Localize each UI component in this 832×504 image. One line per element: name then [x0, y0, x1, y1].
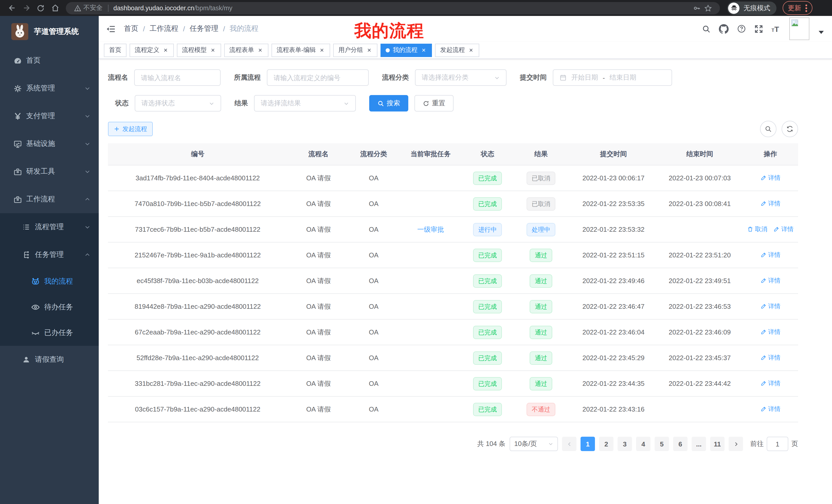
help-icon[interactable] [737, 24, 746, 33]
search-button[interactable]: 搜索 [369, 95, 408, 111]
detail-action-link[interactable]: 详情 [760, 354, 781, 362]
breadcrumb: 首页 / 工作流程 / 任务管理 / 我的流程 [124, 24, 258, 33]
result-select[interactable]: 请选择流结果 [254, 95, 356, 111]
font-size-icon[interactable]: TT [772, 25, 779, 33]
page-size-select[interactable]: 10条/页 [510, 437, 558, 451]
cell-actions: 详情 [743, 371, 798, 396]
tab[interactable]: 流程定义× [130, 44, 174, 57]
table-row: 331bc281-7b9a-11ec-a290-acde48001122OA 请… [108, 371, 798, 396]
cell-process-id: 52ffd28e-7b9a-11ec-a290-acde48001122 [108, 345, 287, 371]
submit-time-range-picker[interactable]: 开始日期 - 结束日期 [553, 69, 672, 86]
avatar-dropdown-icon[interactable] [818, 31, 824, 34]
sidebar-collapse-icon[interactable] [106, 24, 116, 34]
table-header-row: 编号流程名流程分类当前审批任务状态结果提交时间结束时间操作 [108, 143, 798, 165]
bookmark-star-icon[interactable] [702, 4, 714, 12]
tab[interactable]: 我的流程× [381, 44, 432, 57]
page-button[interactable]: 11 [710, 437, 725, 451]
key-icon[interactable] [691, 4, 702, 12]
tab-close-icon[interactable]: × [421, 47, 427, 53]
tab-close-icon[interactable]: × [468, 47, 474, 53]
tab-close-icon[interactable]: × [210, 47, 216, 53]
sidebar-logo-row[interactable]: 芋道管理系统 [0, 16, 99, 47]
sidebar-item-done-tasks[interactable]: 已办任务 [0, 320, 99, 346]
tab[interactable]: 流程表单-编辑× [271, 44, 330, 57]
column-header: 流程名 [287, 143, 350, 165]
browser-home-icon[interactable] [48, 1, 62, 15]
browser-reload-icon[interactable] [34, 1, 47, 15]
sidebar-item-system[interactable]: 系统管理 [0, 75, 99, 102]
detail-action-link[interactable]: 详情 [760, 276, 781, 285]
avatar[interactable] [789, 18, 809, 40]
process-name-input[interactable] [134, 69, 220, 86]
detail-action-link[interactable]: 详情 [760, 379, 781, 388]
sidebar-item-todo-tasks[interactable]: 待办任务 [0, 295, 99, 320]
tab-close-icon[interactable]: × [366, 47, 372, 53]
breadcrumb-item[interactable]: 工作流程 [150, 24, 178, 33]
sidebar-item-my-process[interactable]: 我的流程 [0, 269, 99, 295]
sidebar-item-leave-query[interactable]: 请假查询 [0, 346, 99, 373]
status-badge: 不通过 [526, 402, 555, 416]
cell-actions: 取消详情 [743, 217, 798, 242]
browser-forward-icon[interactable] [20, 1, 33, 15]
end-date-placeholder: 结束日期 [609, 73, 636, 82]
sidebar-item-payment[interactable]: 支付管理 [0, 102, 99, 130]
cell-category: OA [349, 371, 398, 396]
page-button[interactable]: 4 [636, 437, 650, 451]
toggle-search-button[interactable] [760, 121, 777, 137]
refresh-table-button[interactable] [782, 121, 798, 137]
pagination-ellipsis[interactable]: ... [692, 437, 706, 451]
tab-close-icon[interactable]: × [162, 47, 169, 53]
detail-action-link[interactable]: 详情 [760, 405, 781, 414]
next-page-button[interactable] [729, 437, 743, 451]
create-process-button[interactable]: 发起流程 [108, 122, 153, 136]
header-search-icon[interactable] [702, 24, 711, 33]
tab[interactable]: 发起流程× [435, 44, 479, 57]
main-area: 我的流程 首页 / 工作流程 / 任务管理 / 我的流程 [99, 16, 832, 504]
sidebar-item-home[interactable]: 首页 [0, 47, 99, 75]
prev-page-button[interactable] [562, 437, 576, 451]
detail-action-link[interactable]: 详情 [760, 302, 781, 311]
incognito-label: 无痕模式 [744, 3, 770, 12]
breadcrumb-item[interactable]: 任务管理 [190, 24, 218, 33]
sidebar-item-task-management[interactable]: 任务管理 [0, 241, 99, 269]
browser-back-icon[interactable] [5, 1, 19, 15]
breadcrumb-item[interactable]: 首页 [124, 24, 138, 33]
category-select[interactable]: 请选择流程分类 [415, 69, 506, 86]
table-row: ec45f38f-7b9a-11ec-b03b-acde48001122OA 请… [108, 268, 798, 293]
table-row: 03c6c157-7b9a-11ec-a290-acde48001122OA 请… [108, 396, 798, 422]
sidebar-item-process-management[interactable]: 流程管理 [0, 213, 99, 241]
sidebar-item-workflow[interactable]: 工作流程 [0, 186, 99, 213]
status-select[interactable]: 请选择状态 [135, 95, 221, 111]
page-button[interactable]: 6 [673, 437, 687, 451]
sidebar-item-label: 待办任务 [44, 303, 73, 312]
page-button[interactable]: 3 [618, 437, 632, 451]
page-button[interactable]: 1 [580, 437, 595, 451]
detail-action-link[interactable]: 详情 [760, 328, 781, 337]
tab[interactable]: 首页 [104, 44, 127, 57]
page-button[interactable]: 2 [599, 437, 614, 451]
goto-page-input[interactable] [767, 437, 788, 451]
address-bar[interactable]: 不安全 dashboard.yudao.iocoder.cn/bpm/task/… [66, 2, 720, 14]
reset-button[interactable]: 重置 [414, 95, 453, 111]
tab[interactable]: 流程模型× [177, 44, 221, 57]
table-row: 67c2eaab-7b9a-11ec-a290-acde48001122OA 请… [108, 319, 798, 345]
detail-action-link[interactable]: 详情 [760, 174, 781, 183]
page-button[interactable]: 5 [655, 437, 669, 451]
cell-submit-time: 2022-01-22 23:43:16 [570, 396, 657, 422]
tab[interactable]: 用户分组× [333, 44, 378, 57]
tab-close-icon[interactable]: × [319, 47, 325, 53]
cancel-action-link[interactable]: 取消 [747, 225, 768, 234]
sidebar-item-devtools[interactable]: 研发工具 [0, 158, 99, 186]
github-icon[interactable] [719, 24, 729, 34]
detail-action-link[interactable]: 详情 [774, 225, 794, 234]
process-definition-input[interactable] [267, 69, 369, 86]
current-task-link[interactable]: 一级审批 [417, 225, 444, 233]
calendar-icon [560, 74, 567, 81]
tab[interactable]: 流程表单× [224, 44, 268, 57]
detail-action-link[interactable]: 详情 [760, 199, 781, 208]
browser-update-button[interactable]: 更新 [783, 1, 812, 15]
sidebar-item-infrastructure[interactable]: 基础设施 [0, 130, 99, 158]
detail-action-link[interactable]: 详情 [760, 251, 781, 259]
tab-close-icon[interactable]: × [257, 47, 263, 53]
fullscreen-icon[interactable] [755, 24, 763, 33]
